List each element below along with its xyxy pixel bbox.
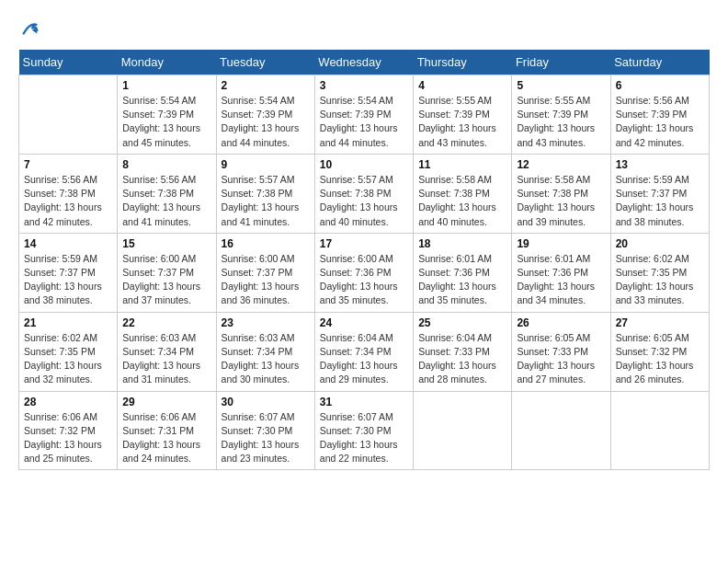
day-number: 26 bbox=[517, 316, 605, 329]
weekday-header-friday: Friday bbox=[512, 50, 610, 75]
day-info: Sunrise: 5:56 AM Sunset: 7:38 PM Dayligh… bbox=[122, 173, 210, 229]
day-info: Sunrise: 6:00 AM Sunset: 7:37 PM Dayligh… bbox=[222, 252, 310, 308]
calendar-cell: 1Sunrise: 5:54 AM Sunset: 7:39 PM Daylig… bbox=[118, 75, 216, 155]
week-row-1: 1Sunrise: 5:54 AM Sunset: 7:39 PM Daylig… bbox=[19, 75, 710, 155]
day-number: 19 bbox=[517, 237, 605, 250]
calendar-cell: 13Sunrise: 5:59 AM Sunset: 7:37 PM Dayli… bbox=[610, 154, 709, 233]
day-number: 14 bbox=[24, 237, 112, 250]
day-number: 2 bbox=[222, 79, 310, 92]
day-info: Sunrise: 6:02 AM Sunset: 7:35 PM Dayligh… bbox=[24, 331, 112, 387]
calendar-cell: 9Sunrise: 5:57 AM Sunset: 7:38 PM Daylig… bbox=[216, 154, 314, 233]
day-number: 13 bbox=[616, 158, 704, 171]
day-info: Sunrise: 6:07 AM Sunset: 7:30 PM Dayligh… bbox=[320, 410, 408, 466]
calendar-cell bbox=[610, 391, 709, 470]
day-info: Sunrise: 5:55 AM Sunset: 7:39 PM Dayligh… bbox=[517, 94, 605, 150]
day-number: 30 bbox=[222, 396, 310, 408]
day-number: 24 bbox=[320, 316, 408, 329]
day-number: 31 bbox=[320, 396, 408, 408]
calendar-cell: 12Sunrise: 5:58 AM Sunset: 7:38 PM Dayli… bbox=[512, 154, 610, 233]
day-number: 17 bbox=[320, 237, 408, 250]
day-info: Sunrise: 6:06 AM Sunset: 7:31 PM Dayligh… bbox=[122, 410, 210, 466]
calendar-cell: 20Sunrise: 6:02 AM Sunset: 7:35 PM Dayli… bbox=[610, 233, 709, 312]
weekday-header-tuesday: Tuesday bbox=[216, 50, 314, 75]
calendar-cell: 15Sunrise: 6:00 AM Sunset: 7:37 PM Dayli… bbox=[118, 233, 216, 312]
calendar-cell: 30Sunrise: 6:07 AM Sunset: 7:30 PM Dayli… bbox=[216, 391, 314, 470]
day-number: 5 bbox=[517, 79, 605, 92]
calendar-cell: 8Sunrise: 5:56 AM Sunset: 7:38 PM Daylig… bbox=[118, 154, 216, 233]
day-number: 15 bbox=[122, 237, 210, 250]
calendar-cell: 19Sunrise: 6:01 AM Sunset: 7:36 PM Dayli… bbox=[512, 233, 610, 312]
day-info: Sunrise: 6:00 AM Sunset: 7:36 PM Dayligh… bbox=[320, 252, 408, 308]
calendar-cell: 24Sunrise: 6:04 AM Sunset: 7:34 PM Dayli… bbox=[314, 312, 413, 391]
day-info: Sunrise: 5:58 AM Sunset: 7:38 PM Dayligh… bbox=[517, 173, 605, 229]
day-info: Sunrise: 6:03 AM Sunset: 7:34 PM Dayligh… bbox=[222, 331, 310, 387]
day-info: Sunrise: 5:56 AM Sunset: 7:39 PM Dayligh… bbox=[616, 94, 704, 150]
day-info: Sunrise: 6:01 AM Sunset: 7:36 PM Dayligh… bbox=[418, 252, 506, 308]
day-number: 3 bbox=[320, 79, 408, 92]
calendar-cell: 6Sunrise: 5:56 AM Sunset: 7:39 PM Daylig… bbox=[610, 75, 709, 155]
day-number: 16 bbox=[222, 237, 310, 250]
day-number: 10 bbox=[320, 158, 408, 171]
calendar-cell: 11Sunrise: 5:58 AM Sunset: 7:38 PM Dayli… bbox=[414, 154, 512, 233]
weekday-header-wednesday: Wednesday bbox=[314, 50, 413, 75]
day-info: Sunrise: 6:01 AM Sunset: 7:36 PM Dayligh… bbox=[517, 252, 605, 308]
calendar-cell: 21Sunrise: 6:02 AM Sunset: 7:35 PM Dayli… bbox=[19, 312, 118, 391]
day-number: 18 bbox=[418, 237, 506, 250]
day-info: Sunrise: 6:02 AM Sunset: 7:35 PM Dayligh… bbox=[616, 252, 704, 308]
week-row-4: 21Sunrise: 6:02 AM Sunset: 7:35 PM Dayli… bbox=[19, 312, 710, 391]
day-number: 21 bbox=[24, 316, 112, 329]
calendar-cell: 26Sunrise: 6:05 AM Sunset: 7:33 PM Dayli… bbox=[512, 312, 610, 391]
day-number: 4 bbox=[418, 79, 506, 92]
week-row-5: 28Sunrise: 6:06 AM Sunset: 7:32 PM Dayli… bbox=[19, 391, 710, 470]
day-number: 6 bbox=[616, 79, 704, 92]
day-info: Sunrise: 6:04 AM Sunset: 7:33 PM Dayligh… bbox=[418, 331, 506, 387]
day-number: 23 bbox=[222, 316, 310, 329]
day-number: 25 bbox=[418, 316, 506, 329]
logo bbox=[18, 18, 40, 35]
calendar-cell: 3Sunrise: 5:54 AM Sunset: 7:39 PM Daylig… bbox=[314, 75, 413, 155]
weekday-header-saturday: Saturday bbox=[610, 50, 709, 75]
calendar-cell bbox=[19, 75, 118, 155]
calendar-cell: 16Sunrise: 6:00 AM Sunset: 7:37 PM Dayli… bbox=[216, 233, 314, 312]
day-info: Sunrise: 5:54 AM Sunset: 7:39 PM Dayligh… bbox=[122, 94, 210, 150]
day-info: Sunrise: 6:00 AM Sunset: 7:37 PM Dayligh… bbox=[122, 252, 210, 308]
day-number: 28 bbox=[24, 396, 112, 408]
day-info: Sunrise: 6:05 AM Sunset: 7:33 PM Dayligh… bbox=[517, 331, 605, 387]
day-info: Sunrise: 5:59 AM Sunset: 7:37 PM Dayligh… bbox=[616, 173, 704, 229]
calendar-cell: 18Sunrise: 6:01 AM Sunset: 7:36 PM Dayli… bbox=[414, 233, 512, 312]
calendar-cell: 28Sunrise: 6:06 AM Sunset: 7:32 PM Dayli… bbox=[19, 391, 118, 470]
calendar-cell: 7Sunrise: 5:56 AM Sunset: 7:38 PM Daylig… bbox=[19, 154, 118, 233]
day-number: 8 bbox=[122, 158, 210, 171]
day-number: 22 bbox=[122, 316, 210, 329]
calendar-cell: 31Sunrise: 6:07 AM Sunset: 7:30 PM Dayli… bbox=[314, 391, 413, 470]
calendar-cell: 22Sunrise: 6:03 AM Sunset: 7:34 PM Dayli… bbox=[118, 312, 216, 391]
weekday-header-row: SundayMondayTuesdayWednesdayThursdayFrid… bbox=[19, 50, 710, 75]
calendar-cell: 25Sunrise: 6:04 AM Sunset: 7:33 PM Dayli… bbox=[414, 312, 512, 391]
day-info: Sunrise: 5:54 AM Sunset: 7:39 PM Dayligh… bbox=[320, 94, 408, 150]
calendar-cell: 14Sunrise: 5:59 AM Sunset: 7:37 PM Dayli… bbox=[19, 233, 118, 312]
day-info: Sunrise: 6:05 AM Sunset: 7:32 PM Dayligh… bbox=[616, 331, 704, 387]
calendar-cell bbox=[512, 391, 610, 470]
day-number: 20 bbox=[616, 237, 704, 250]
day-number: 7 bbox=[24, 158, 112, 171]
calendar-cell: 23Sunrise: 6:03 AM Sunset: 7:34 PM Dayli… bbox=[216, 312, 314, 391]
day-info: Sunrise: 5:54 AM Sunset: 7:39 PM Dayligh… bbox=[222, 94, 310, 150]
calendar-cell: 29Sunrise: 6:06 AM Sunset: 7:31 PM Dayli… bbox=[118, 391, 216, 470]
calendar-cell: 10Sunrise: 5:57 AM Sunset: 7:38 PM Dayli… bbox=[314, 154, 413, 233]
week-row-2: 7Sunrise: 5:56 AM Sunset: 7:38 PM Daylig… bbox=[19, 154, 710, 233]
calendar-cell: 2Sunrise: 5:54 AM Sunset: 7:39 PM Daylig… bbox=[216, 75, 314, 155]
day-number: 11 bbox=[418, 158, 506, 171]
calendar-cell: 4Sunrise: 5:55 AM Sunset: 7:39 PM Daylig… bbox=[414, 75, 512, 155]
day-info: Sunrise: 5:56 AM Sunset: 7:38 PM Dayligh… bbox=[24, 173, 112, 229]
calendar-cell: 27Sunrise: 6:05 AM Sunset: 7:32 PM Dayli… bbox=[610, 312, 709, 391]
day-info: Sunrise: 6:03 AM Sunset: 7:34 PM Dayligh… bbox=[122, 331, 210, 387]
weekday-header-sunday: Sunday bbox=[19, 50, 118, 75]
day-number: 9 bbox=[222, 158, 310, 171]
weekday-header-thursday: Thursday bbox=[414, 50, 512, 75]
logo-icon bbox=[20, 18, 40, 39]
day-number: 12 bbox=[517, 158, 605, 171]
calendar-table: SundayMondayTuesdayWednesdayThursdayFrid… bbox=[18, 50, 710, 470]
day-info: Sunrise: 6:06 AM Sunset: 7:32 PM Dayligh… bbox=[24, 410, 112, 466]
day-info: Sunrise: 6:07 AM Sunset: 7:30 PM Dayligh… bbox=[222, 410, 310, 466]
day-info: Sunrise: 5:59 AM Sunset: 7:37 PM Dayligh… bbox=[24, 252, 112, 308]
